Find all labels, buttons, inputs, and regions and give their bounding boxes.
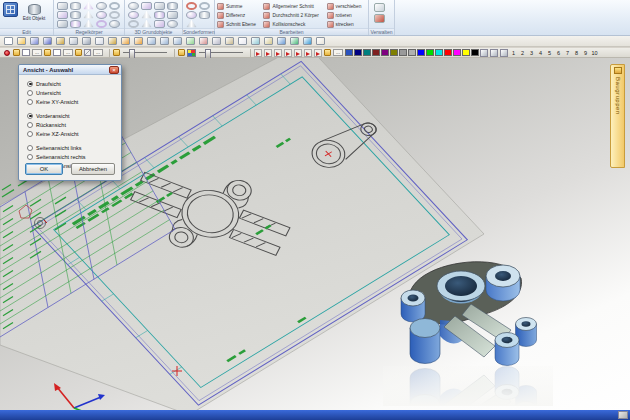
radio-unselected[interactable] bbox=[27, 99, 33, 105]
punkt-icon[interactable] bbox=[128, 2, 139, 10]
radio-option-keine-xy-ansicht[interactable]: Keine XY-Ansicht bbox=[27, 97, 121, 106]
lock-linetype-icon[interactable] bbox=[44, 49, 51, 56]
prisma-icon[interactable] bbox=[57, 11, 68, 19]
koerper-icon[interactable] bbox=[167, 2, 178, 10]
color-swatch-15[interactable] bbox=[471, 49, 479, 56]
ring-icon[interactable] bbox=[109, 11, 120, 19]
copy-icon[interactable] bbox=[95, 37, 104, 45]
extrusion-icon[interactable] bbox=[167, 11, 178, 19]
dialog-title-bar[interactable]: Ansicht - Auswahl × bbox=[19, 65, 121, 75]
layer-button-3[interactable]: 3 bbox=[527, 50, 536, 56]
save-icon[interactable] bbox=[30, 37, 39, 45]
color-chip-icon[interactable] bbox=[22, 49, 30, 56]
ribbon-item-verschieben[interactable]: verschieben bbox=[327, 2, 367, 11]
radio-unselected[interactable] bbox=[27, 122, 33, 128]
color-swatch-5[interactable] bbox=[381, 49, 389, 56]
resize-grip[interactable] bbox=[618, 411, 628, 419]
lock-layer-icon[interactable] bbox=[178, 49, 185, 56]
select-icon[interactable] bbox=[238, 37, 247, 45]
rotate-view-icon[interactable] bbox=[264, 37, 273, 45]
radio-selected[interactable] bbox=[27, 81, 33, 87]
measure-icon[interactable] bbox=[199, 37, 208, 45]
linewidth-slider[interactable] bbox=[123, 49, 167, 57]
save-all-icon[interactable] bbox=[43, 37, 52, 45]
layer-button-10[interactable]: 10 bbox=[590, 50, 599, 56]
browse-color[interactable]: ... bbox=[32, 49, 42, 56]
blob-icon[interactable] bbox=[186, 11, 197, 19]
pan-icon[interactable] bbox=[186, 37, 195, 45]
radio-unselected[interactable] bbox=[27, 90, 33, 96]
record-indicator-icon[interactable] bbox=[4, 50, 10, 56]
print-icon[interactable] bbox=[69, 37, 78, 45]
cut-icon[interactable] bbox=[82, 37, 91, 45]
globe-icon[interactable] bbox=[303, 37, 312, 45]
layer-button-5[interactable]: 5 bbox=[545, 50, 554, 56]
lock-color-icon[interactable] bbox=[13, 49, 20, 56]
ribbon-item-rotieren[interactable]: rotieren bbox=[327, 11, 367, 20]
schnittkoerper-icon[interactable] bbox=[167, 20, 178, 28]
pen-tool-icon[interactable] bbox=[84, 49, 91, 56]
ok-button[interactable]: OK bbox=[25, 163, 63, 175]
move-icon[interactable] bbox=[251, 37, 260, 45]
layer-button-4[interactable]: 4 bbox=[536, 50, 545, 56]
ribbon-item-allgemeiner-schnitt[interactable]: Allgemeiner Schnitt bbox=[263, 2, 323, 11]
kugel-icon[interactable] bbox=[96, 2, 107, 10]
browse-pen[interactable]: ... bbox=[93, 49, 103, 56]
netz-icon[interactable] bbox=[154, 20, 165, 28]
redline-tool-6-icon[interactable] bbox=[304, 49, 312, 57]
helix-icon[interactable] bbox=[141, 20, 152, 28]
color-swatch-1[interactable] bbox=[345, 49, 353, 56]
drawing-viewport[interactable]: Baugruppen Ansicht - Auswahl × Draufsich… bbox=[0, 58, 630, 410]
side-panel-tab-baugruppen[interactable]: Baugruppen bbox=[610, 64, 625, 168]
lock-pen-icon[interactable] bbox=[75, 49, 82, 56]
sweepform-icon[interactable] bbox=[186, 20, 197, 28]
redline-tool-3-icon[interactable] bbox=[274, 49, 282, 57]
rotation-icon[interactable] bbox=[128, 20, 139, 28]
freiform-icon[interactable] bbox=[128, 11, 139, 19]
color-swatch-13[interactable] bbox=[453, 49, 461, 56]
lock-linewidth-icon[interactable] bbox=[113, 49, 120, 56]
color-swatch-14[interactable] bbox=[462, 49, 470, 56]
ribbon-item-durchschnitt-2-körper[interactable]: Durchschnitt 2 Körper bbox=[263, 11, 323, 20]
radio-unselected[interactable] bbox=[27, 154, 33, 160]
color-swatch-11[interactable] bbox=[435, 49, 443, 56]
kegel-icon[interactable] bbox=[83, 2, 94, 10]
layer-button-8[interactable]: 8 bbox=[572, 50, 581, 56]
verwalten-check-icon[interactable] bbox=[374, 14, 385, 23]
edit-object-button[interactable]: Edit Objekt bbox=[19, 1, 49, 27]
redline-tool-2-icon[interactable] bbox=[264, 49, 272, 57]
schale-icon[interactable] bbox=[109, 20, 120, 28]
color-palette-icon[interactable] bbox=[187, 49, 196, 57]
pair-tool-icon[interactable] bbox=[500, 49, 508, 57]
undo-icon[interactable] bbox=[121, 37, 130, 45]
kegelstumpf-icon[interactable] bbox=[83, 11, 94, 19]
browse-linetype[interactable]: ... bbox=[63, 49, 73, 56]
color-swatch-10[interactable] bbox=[426, 49, 434, 56]
redline-tool-7-icon[interactable] bbox=[314, 49, 322, 57]
radio-option-seitenansicht-rechts[interactable]: Seitenansicht rechts bbox=[27, 152, 121, 161]
color-swatch-9[interactable] bbox=[417, 49, 425, 56]
zoom-fit-icon[interactable] bbox=[173, 37, 182, 45]
lock-swatches-icon[interactable] bbox=[324, 49, 331, 56]
layer-button-7[interactable]: 7 bbox=[563, 50, 572, 56]
zoom-out-icon[interactable] bbox=[160, 37, 169, 45]
ribbon-item-differenz[interactable]: Differenz bbox=[217, 11, 260, 20]
sweep-icon[interactable] bbox=[141, 11, 152, 19]
layer-button-2[interactable]: 2 bbox=[518, 50, 527, 56]
shaded-view-icon[interactable] bbox=[277, 37, 286, 45]
quader-icon[interactable] bbox=[57, 2, 68, 10]
linie-icon[interactable] bbox=[141, 2, 152, 10]
donut-icon[interactable] bbox=[199, 2, 210, 10]
radio-option-vorderansicht[interactable]: Vorderansicht bbox=[27, 111, 121, 120]
layers-icon[interactable] bbox=[225, 37, 234, 45]
loft-icon[interactable] bbox=[154, 11, 165, 19]
help-icon[interactable] bbox=[316, 37, 325, 45]
barcode-tool-icon[interactable] bbox=[490, 49, 498, 57]
halbkugel-icon[interactable] bbox=[96, 11, 107, 19]
color-swatch-8[interactable] bbox=[408, 49, 416, 56]
trichter-icon[interactable] bbox=[83, 20, 94, 28]
radio-unselected[interactable] bbox=[27, 131, 33, 137]
render-icon[interactable] bbox=[290, 37, 299, 45]
redline-tool-4-icon[interactable] bbox=[284, 49, 292, 57]
scheibe-icon[interactable] bbox=[199, 11, 210, 19]
